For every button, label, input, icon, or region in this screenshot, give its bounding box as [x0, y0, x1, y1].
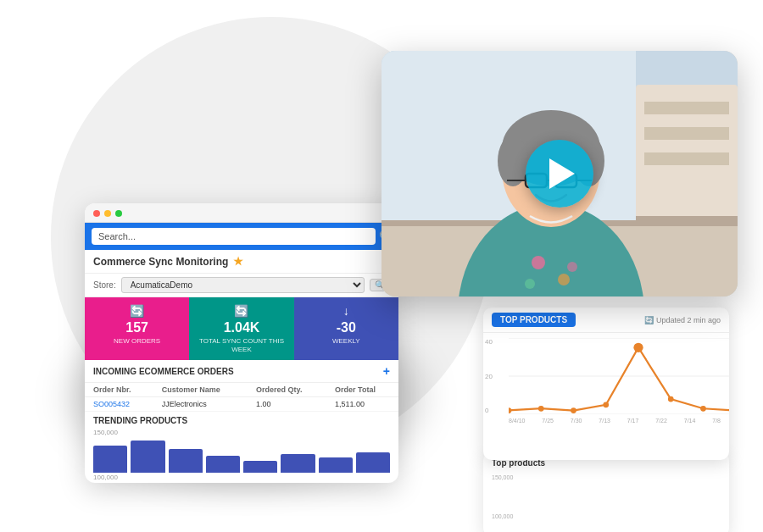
svg-point-21 [567, 262, 577, 272]
bottom-y-axis: 150,000 100,000 [492, 473, 513, 519]
trending-y-label-low: 100,000 [93, 474, 390, 481]
dashboard-card: 🔍 Commerce Sync Monitoring ★ Store: Acum… [85, 203, 398, 483]
sync-number: 1.04K [224, 319, 260, 335]
y-label-40: 40 [485, 338, 493, 346]
weekly-label: WEEKLY [332, 337, 360, 346]
video-panel[interactable] [382, 51, 738, 296]
x-axis-labels: 8/4/10 7/25 7/30 7/13 7/17 7/22 7/14 7/8 [483, 418, 729, 427]
x-label-8: 7/8 [712, 418, 721, 424]
x-label-4: 7/13 [599, 418, 610, 424]
favorite-star-icon[interactable]: ★ [233, 255, 243, 268]
svg-point-26 [538, 406, 544, 412]
svg-rect-4 [644, 152, 729, 165]
close-dot [93, 210, 100, 217]
svg-point-11 [498, 136, 528, 186]
total-cell: 1,511.00 [326, 397, 398, 412]
y-label-20: 20 [485, 373, 493, 380]
y-label-0: 0 [485, 407, 493, 414]
bottom-y-label-low: 100,000 [492, 513, 513, 519]
line-chart-area: 40 20 0 [483, 333, 729, 418]
play-button[interactable] [526, 140, 593, 208]
refresh-icon: 🔄 [644, 316, 654, 324]
sync-icon: 🔄 [234, 304, 248, 318]
sync-label: TOTAL SYNC COUNT THIS WEEK [194, 337, 288, 353]
trending-y-label-high: 150,000 [93, 429, 390, 436]
svg-rect-2 [644, 102, 729, 114]
incoming-orders-section: INCOMING ECOMMERCE ORDERS + [85, 360, 398, 383]
orders-label: NEW ORDERS [114, 337, 160, 346]
trending-title: TRENDING PRODUCTS [93, 416, 390, 425]
col-qty: Ordered Qty. [248, 383, 326, 397]
top-products-button[interactable]: TOP PRODUCTS [492, 313, 576, 327]
svg-point-18 [532, 256, 545, 269]
store-select[interactable]: AcumaticaDemo [121, 277, 365, 293]
bar-8 [356, 452, 390, 473]
search-bar: 🔍 [85, 223, 398, 250]
svg-point-19 [558, 274, 570, 285]
orders-number: 157 [125, 319, 148, 335]
bar-7 [319, 457, 353, 473]
col-customer: Customer Name [153, 383, 248, 397]
x-label-5: 7/17 [627, 418, 639, 424]
minimize-dot [104, 210, 111, 217]
dashboard-title: Commerce Sync Monitoring [93, 256, 228, 268]
line-chart-panel: TOP PRODUCTS 🔄 Updated 2 min ago 40 20 0 [483, 308, 729, 460]
play-icon [549, 158, 575, 189]
col-total: Order Total [326, 383, 398, 397]
svg-point-30 [668, 396, 674, 402]
store-row: Store: AcumaticaDemo 🔍 [85, 274, 398, 297]
bar-4 [206, 456, 240, 473]
bottom-bar-chart-panel: Top products 150,000 100,000 [483, 452, 729, 532]
bar-2 [131, 441, 164, 473]
svg-point-27 [571, 407, 576, 413]
video-thumbnail [382, 51, 738, 296]
x-label-6: 7/22 [655, 418, 667, 424]
weekly-icon: ↓ [343, 304, 349, 318]
maximize-dot [115, 210, 122, 217]
order-link[interactable]: SO005432 [93, 400, 130, 408]
x-label-7: 7/14 [684, 418, 696, 424]
add-order-button[interactable]: + [383, 364, 390, 378]
col-order-nbr: Order Nbr. [85, 383, 153, 397]
weekly-number: -30 [337, 319, 356, 335]
x-label-3: 7/30 [571, 418, 582, 424]
stat-sync-count: 🔄 1.04K TOTAL SYNC COUNT THIS WEEK [189, 297, 293, 360]
bottom-y-label-high: 150,000 [492, 474, 513, 480]
svg-point-28 [603, 402, 609, 407]
x-label-2: 7/25 [542, 418, 554, 424]
customer-cell: JJElectronics [153, 397, 248, 412]
bar-3 [169, 449, 203, 473]
stats-row: 🔄 157 NEW ORDERS 🔄 1.04K TOTAL SYNC COUN… [85, 297, 398, 360]
stat-weekly: ↓ -30 WEEKLY [294, 297, 398, 360]
x-label-1: 8/4/10 [509, 418, 525, 424]
trending-bar-chart [93, 439, 390, 473]
svg-point-20 [525, 279, 535, 289]
updated-text: 🔄 Updated 2 min ago [644, 316, 721, 324]
bottom-bar-chart [516, 473, 554, 519]
stat-new-orders: 🔄 157 NEW ORDERS [85, 297, 189, 360]
orders-icon: 🔄 [130, 304, 144, 318]
trending-section: TRENDING PRODUCTS 150,000 100,000 [85, 412, 398, 483]
svg-point-25 [509, 407, 511, 413]
incoming-orders-title: INCOMING ECOMMERCE ORDERS [93, 367, 234, 376]
svg-rect-3 [644, 127, 729, 140]
store-label: Store: [93, 280, 116, 290]
line-chart-svg [509, 338, 729, 414]
svg-point-29 [633, 343, 643, 352]
dashboard-title-row: Commerce Sync Monitoring ★ [85, 250, 398, 274]
y-axis-labels: 40 20 0 [483, 338, 493, 414]
chart-header: TOP PRODUCTS 🔄 Updated 2 min ago [483, 308, 729, 333]
updated-label: Updated 2 min ago [656, 316, 721, 324]
browser-chrome [85, 203, 398, 223]
order-nbr-cell: SO005432 [85, 397, 153, 412]
bar-5 [243, 461, 277, 473]
bar-6 [281, 454, 315, 473]
qty-cell: 1.00 [248, 397, 326, 412]
table-row: SO005432 JJElectronics 1.00 1,511.00 [85, 397, 398, 412]
search-input[interactable] [92, 228, 376, 245]
bar-1 [93, 446, 127, 473]
svg-point-31 [700, 406, 706, 412]
orders-table: Order Nbr. Customer Name Ordered Qty. Or… [85, 383, 398, 412]
